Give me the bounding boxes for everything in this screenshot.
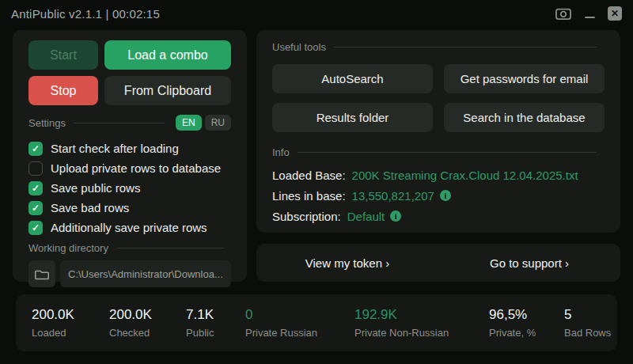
control-panel: Start Load a combo Stop From Clipboard S…: [13, 30, 247, 282]
checkbox-label: Additionally save private rows: [51, 221, 207, 234]
browse-folder-button[interactable]: [28, 260, 55, 287]
stop-button[interactable]: Stop: [28, 76, 98, 105]
checkbox-icon: [28, 221, 43, 235]
info-row-lines-in-base: Lines in base: 13,550,821,207: [272, 185, 605, 206]
checkbox-upload-private-rows[interactable]: Upload private rows to database: [28, 158, 231, 178]
stat-label: Public: [186, 327, 245, 339]
checkbox-additionally-save-private-rows[interactable]: Additionally save private rows: [28, 218, 231, 237]
links-panel: View my token › Go to support ›: [256, 244, 620, 282]
stat-label: Bad Rows: [564, 327, 611, 339]
loaded-base-value: 200K Streaming Crax.Cloud 12.04.2025.txt: [352, 169, 578, 182]
language-ru-toggle[interactable]: RU: [205, 115, 231, 131]
checkbox-icon: [28, 201, 43, 215]
stat-checked: 200.0K Checked: [109, 307, 186, 339]
app-title: AntiPublic v2.1.1 | 00:02:15: [11, 7, 160, 21]
stat-label: Private Russian: [245, 327, 354, 339]
divider: [116, 248, 223, 248]
divider: [74, 123, 165, 123]
stat-private-non-russian: 192.9K Private Non-Russian: [354, 307, 489, 339]
useful-tools-label: Useful tools: [272, 41, 326, 53]
checkbox-save-public-rows[interactable]: Save public rows: [28, 178, 231, 198]
view-my-token-link[interactable]: View my token ›: [256, 256, 438, 270]
from-clipboard-button[interactable]: From Clipboard: [104, 76, 231, 105]
minimize-icon[interactable]: [585, 9, 595, 18]
checkbox-label: Start check after loading: [51, 142, 179, 155]
info-label: Info: [272, 146, 290, 158]
autosearch-button[interactable]: AutoSearch: [272, 64, 433, 93]
stat-private-russian: 0 Private Russian: [245, 307, 354, 339]
close-icon[interactable]: ✕: [608, 6, 622, 21]
checkbox-icon: [28, 161, 43, 176]
stat-bad-rows: 5 Bad Rows: [564, 307, 611, 339]
stats-bar: 200.0K Loaded 200.0K Checked 7.1K Public…: [16, 294, 617, 351]
load-combo-button[interactable]: Load a combo: [104, 40, 231, 70]
lines-in-base-value: 13,550,821,207: [352, 189, 434, 203]
stat-label: Private, %: [489, 327, 564, 339]
titlebar: AntiPublic v2.1.1 | 00:02:15 ✕: [0, 0, 633, 27]
stat-private-percent: 96,5% Private, %: [489, 307, 564, 339]
checkbox-label: Upload private rows to database: [51, 161, 221, 175]
stat-label: Loaded: [32, 327, 109, 339]
screenshot-camera-icon[interactable]: [555, 6, 572, 21]
checkbox-icon: [28, 181, 43, 195]
info-row-label: Loaded Base:: [272, 169, 346, 182]
go-to-support-link[interactable]: Go to support ›: [438, 256, 620, 270]
info-row-loaded-base: Loaded Base: 200K Streaming Crax.Cloud 1…: [272, 165, 605, 185]
useful-tools-header: Useful tools: [272, 41, 605, 53]
checkbox-label: Save public rows: [51, 181, 140, 195]
tools-info-panel: Useful tools AutoSearch Get passwords fo…: [256, 30, 620, 233]
working-directory-label: Working directory: [28, 242, 108, 254]
checkbox-icon: [28, 142, 43, 156]
stat-value: 200.0K: [109, 307, 186, 323]
info-row-label: Subscription:: [272, 210, 341, 223]
stat-label: Checked: [109, 327, 186, 339]
get-passwords-button[interactable]: Get passwords for email: [444, 64, 605, 93]
info-icon[interactable]: [390, 210, 401, 222]
subscription-value: Default: [347, 210, 385, 223]
stat-value: 5: [564, 307, 611, 323]
checkbox-start-check-after-loading[interactable]: Start check after loading: [28, 138, 231, 158]
start-button[interactable]: Start: [28, 40, 98, 70]
checkbox-save-bad-rows[interactable]: Save bad rows: [28, 198, 231, 218]
working-directory-header: Working directory: [28, 242, 231, 254]
titlebar-icons: ✕: [555, 6, 622, 21]
working-directory-input[interactable]: [60, 260, 231, 287]
stat-value: 192.9K: [354, 307, 489, 323]
stat-value: 7.1K: [186, 307, 245, 323]
checkbox-label: Save bad rows: [51, 201, 129, 214]
folder-icon: [35, 268, 49, 280]
settings-label: Settings: [28, 117, 66, 129]
language-en-toggle[interactable]: EN: [176, 115, 202, 131]
divider: [334, 47, 597, 47]
stat-public: 7.1K Public: [186, 307, 245, 339]
search-database-button[interactable]: Search in the database: [444, 103, 605, 132]
info-row-label: Lines in base:: [272, 189, 346, 203]
stat-loaded: 200.0K Loaded: [32, 307, 109, 339]
divider: [298, 152, 597, 153]
results-folder-button[interactable]: Results folder: [272, 103, 433, 132]
stat-value: 0: [245, 307, 354, 323]
stat-value: 96,5%: [489, 307, 564, 323]
stat-label: Private Non-Russian: [354, 327, 489, 339]
info-header: Info: [272, 146, 605, 158]
settings-header: Settings EN RU: [28, 115, 231, 131]
info-icon[interactable]: [440, 190, 451, 201]
stat-value: 200.0K: [32, 307, 109, 323]
info-row-subscription: Subscription: Default: [272, 206, 605, 226]
